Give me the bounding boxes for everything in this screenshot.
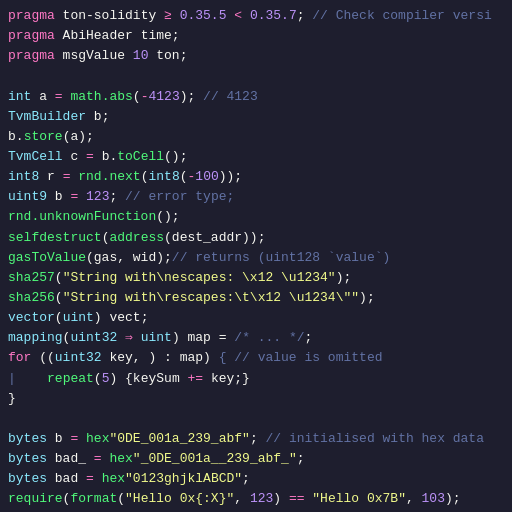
code-token: == (289, 491, 305, 506)
code-token: uint (141, 330, 172, 345)
code-line: selfdestruct(address(dest_addr)); (8, 228, 504, 248)
code-token: int8 (8, 169, 39, 184)
code-token: ( (180, 169, 188, 184)
code-line: vector(uint) vect; (8, 308, 504, 328)
code-token: TvmCell (8, 149, 63, 164)
code-token: sha257 (8, 270, 55, 285)
code-line: sha257("String with\nescapes: \x12 \u123… (8, 268, 504, 288)
code-line: for ((uint32 key, ) : map) { // value is… (8, 348, 504, 368)
code-token: ; (250, 431, 258, 446)
code-line: mapping(uint32 ⇒ uint) map = /* ... */; (8, 328, 504, 348)
code-editor: pragma ton-solidity ≥ 0.35.5 < 0.35.7; /… (0, 0, 512, 512)
code-line: b.store(a); (8, 127, 504, 147)
code-line: TvmBuilder b; (8, 107, 504, 127)
code-token: uint32 (70, 330, 117, 345)
code-token: ( (117, 491, 125, 506)
code-token: pragma (8, 8, 55, 23)
code-token: require (8, 491, 63, 506)
code-token: ( (94, 371, 102, 386)
code-token: . (16, 129, 24, 144)
code-token: ; (102, 109, 110, 124)
code-token: = (86, 471, 94, 486)
code-line: bytes b = hex"0DE_001a_239_abf"; // init… (8, 429, 504, 449)
code-token: for (8, 350, 31, 365)
code-token: "_0DE_001a__239_abf_" (133, 451, 297, 466)
code-token: "Hello 0x{:X}" (125, 491, 234, 506)
code-token: "String with\rescapes:\t\x12 \u1234\"" (63, 290, 359, 305)
code-token: b (47, 431, 70, 446)
code-line: gasToValue(gas, wid);// returns (uint128… (8, 248, 504, 268)
code-token: c (63, 149, 86, 164)
code-token: "Hello 0x7B" (312, 491, 406, 506)
code-token: ( (55, 270, 63, 285)
code-line (8, 66, 504, 86)
code-token: { // value is omitted (219, 350, 383, 365)
code-token: key; (203, 371, 242, 386)
code-token: msgValue (55, 48, 133, 63)
code-token: ) {keySum (109, 371, 187, 386)
code-token: = (55, 89, 63, 104)
code-token: AbiHeader time (55, 28, 172, 43)
code-token: b (8, 129, 16, 144)
code-line: | repeat(5) {keySum += key;} (8, 369, 504, 389)
code-token: a (31, 89, 54, 104)
code-line: pragma AbiHeader time; (8, 26, 504, 46)
code-token (78, 431, 86, 446)
code-token: bad_ (47, 451, 94, 466)
code-line: int8 r = rnd.next(int8(-100)); (8, 167, 504, 187)
code-token: ; (172, 28, 180, 43)
code-token: int (8, 89, 31, 104)
code-token: ) map = (172, 330, 234, 345)
code-token: ton-solidity (55, 8, 164, 23)
code-token (94, 471, 102, 486)
code-token (133, 330, 141, 345)
code-token: bytes (8, 471, 47, 486)
code-token: 100 (195, 169, 218, 184)
code-token: gasToValue (8, 250, 86, 265)
code-token: bytes (8, 451, 47, 466)
code-token (117, 330, 125, 345)
code-token: selfdestruct (8, 230, 102, 245)
code-line: bytes bad = hex"0123ghjklABCD"; (8, 469, 504, 489)
code-line: pragma ton-solidity ≥ 0.35.5 < 0.35.7; /… (8, 6, 504, 26)
code-token: ) (273, 491, 289, 506)
code-token: ); (359, 290, 375, 305)
code-token: // Check compiler versi (305, 8, 492, 23)
code-token: (( (31, 350, 54, 365)
code-line: pragma msgValue 10 ton; (8, 46, 504, 66)
code-token: "0DE_001a_239_abf" (109, 431, 249, 446)
code-line: sha256("String with\rescapes:\t\x12 \u12… (8, 288, 504, 308)
code-token: ; (242, 471, 250, 486)
code-token: (); (164, 149, 187, 164)
code-token: hex (86, 431, 109, 446)
code-token: rnd.unknownFunction (8, 209, 156, 224)
code-token: ; (305, 330, 313, 345)
code-token: 0.35.7 (242, 8, 297, 23)
code-token (16, 371, 47, 386)
code-token: )); (219, 169, 242, 184)
code-token: // 4123 (195, 89, 257, 104)
code-token: /* ... */ (234, 330, 304, 345)
code-token: , (406, 491, 422, 506)
code-token: ); (180, 89, 196, 104)
code-token: 123 (78, 189, 109, 204)
code-token: pragma (8, 48, 55, 63)
code-token: mapping (8, 330, 63, 345)
code-token: ( (133, 89, 141, 104)
code-token: b (86, 109, 102, 124)
code-token: ⇒ (125, 330, 133, 345)
code-line: rnd.unknownFunction(); (8, 207, 504, 227)
code-token: (gas, wid); (86, 250, 172, 265)
code-token: vector (8, 310, 55, 325)
code-token: store (24, 129, 63, 144)
code-line: int a = math.abs(-4123); // 4123 (8, 87, 504, 107)
code-token: ( (55, 310, 63, 325)
code-token: hex (109, 451, 132, 466)
code-token: uint (63, 310, 94, 325)
code-token: ); (336, 270, 352, 285)
code-line (8, 409, 504, 429)
code-token: } (242, 371, 250, 386)
code-token: bad (47, 471, 86, 486)
code-token: 4123 (148, 89, 179, 104)
code-token: "String with\nescapes: \x12 \u1234" (63, 270, 336, 285)
